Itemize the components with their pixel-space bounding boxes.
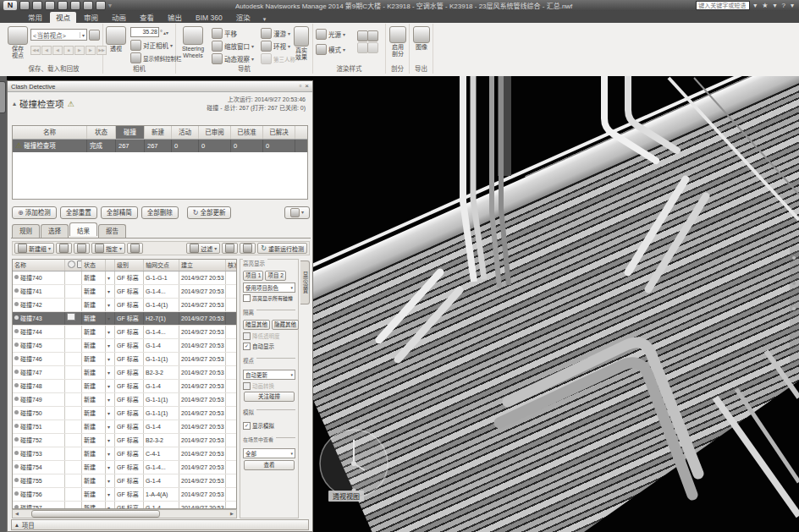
rcol-found[interactable]: 建立	[179, 260, 226, 271]
result-row[interactable]: 碰撞740新建▾GF 标高G-1-G-12014/9/27 20:53	[13, 271, 236, 285]
tab-viewpoint[interactable]: 视点	[50, 12, 76, 23]
search-input[interactable]	[696, 1, 750, 10]
ribbon-overflow-icon[interactable]: ▾	[263, 16, 267, 23]
status-dropdown[interactable]: ▾	[106, 434, 115, 447]
viewport-3d[interactable]: 透视视图	[313, 76, 799, 532]
step-back-button[interactable]: ◀	[41, 46, 52, 55]
result-row[interactable]: 碰撞743新建▾GF 标高H2-7(1)2014/9/27 20:53	[13, 312, 236, 326]
rcol-approved[interactable]: 核准	[226, 260, 237, 271]
auto-reveal-checkbox[interactable]: ✓	[243, 343, 251, 350]
undo-icon[interactable]	[58, 1, 68, 10]
status-dropdown[interactable]: ▾	[106, 502, 115, 509]
delete-all-button[interactable]: 全部删除	[141, 206, 179, 219]
highlight-item1-button[interactable]: 项目 1	[243, 271, 263, 281]
status-dropdown[interactable]: ▾	[106, 393, 115, 406]
mode-button[interactable]: 模式	[328, 45, 341, 54]
test-options-split-button[interactable]: ▾	[284, 206, 310, 219]
hide-other-button[interactable]: 隐藏其他	[272, 320, 299, 330]
auto-reveal-checkbox-row[interactable]: ✓ 自动显示	[243, 342, 295, 350]
rewind-button[interactable]: ◀◀	[30, 46, 41, 55]
quick-access-dropdown-icon[interactable]: ▾	[108, 1, 112, 10]
dim-other-button[interactable]: 暗显其他	[243, 320, 270, 330]
add-test-button[interactable]: ⊕添加检测	[12, 206, 57, 219]
result-row[interactable]: 碰撞752新建▾GF 标高B2-3-22014/9/27 20:53	[13, 434, 236, 447]
result-row[interactable]: 碰撞744新建▾GF 标高G-1-4...2014/9/27 20:53	[13, 326, 236, 339]
item-colors-select[interactable]: 使用项目颜色 ▾	[243, 282, 295, 293]
status-dropdown[interactable]: ▾	[106, 285, 115, 298]
align-camera-button[interactable]: 对正相机	[143, 41, 168, 50]
show-simulation-checkbox[interactable]: ✓	[243, 422, 251, 430]
items-collapse-icon[interactable]: ▴	[15, 521, 19, 529]
result-row[interactable]: 碰撞750新建▾GF 标高G-1-1(1)2014/9/27 20:53	[13, 407, 236, 420]
comment-button[interactable]	[222, 243, 238, 254]
look-around-button[interactable]: 环视	[273, 41, 286, 51]
shaded-icon[interactable]	[367, 30, 378, 41]
look-dropdown-icon[interactable]: ▾	[288, 43, 290, 49]
status-dropdown[interactable]: ▾	[106, 407, 115, 420]
show-simulation-checkbox-row[interactable]: ✓ 显示模拟	[243, 421, 295, 430]
export-image-button[interactable]: 图像	[411, 26, 432, 51]
context-scope-select[interactable]: 全部 ▾	[243, 448, 295, 458]
unassign-button[interactable]	[127, 243, 143, 254]
status-dropdown[interactable]: ▾	[106, 312, 115, 325]
tab-rules[interactable]: 规则	[12, 224, 40, 238]
search-dropdown-icon[interactable]: ▾	[752, 2, 758, 10]
hidden-line-icon[interactable]	[367, 42, 378, 53]
result-row[interactable]: 碰撞749新建▾GF 标高G-1-1(1)2014/9/27 20:53	[13, 393, 236, 407]
rcol-status[interactable]: 状态	[82, 260, 106, 271]
select-icon[interactable]	[96, 1, 106, 10]
refresh-icon[interactable]	[83, 1, 93, 10]
update-all-button[interactable]: ↻全部更新	[187, 206, 232, 219]
help-icon[interactable]: ?	[780, 2, 787, 10]
collapsed-panel-tab[interactable]	[0, 81, 6, 113]
status-dropdown[interactable]: ▾	[106, 326, 115, 338]
application-menu-button[interactable]: N	[3, 1, 17, 10]
viewport-side-toolbar[interactable]	[790, 245, 799, 364]
mode-dropdown-icon[interactable]: ▾	[343, 47, 345, 52]
status-dropdown[interactable]: ▾	[106, 461, 115, 474]
zoom-window-button[interactable]: 缩放窗口	[224, 41, 250, 51]
result-row[interactable]: 碰撞756新建▾GF 标高1-A-4(A)2014/9/27 20:53	[13, 488, 236, 502]
result-row[interactable]: 碰撞746新建▾GF 标高G-1-1(1)2014/9/27 20:53	[13, 353, 236, 366]
play-reverse-button[interactable]: ◀	[52, 46, 63, 55]
result-row[interactable]: 碰撞751新建▾GF 标高G-1-42014/9/27 20:53	[13, 420, 236, 434]
panel-close-icon[interactable]: ×	[305, 82, 309, 90]
tab-bim360[interactable]: BIM 360	[190, 12, 229, 23]
rcol-name[interactable]: 名称	[13, 260, 65, 271]
step-forward-button[interactable]: ▶	[85, 46, 96, 55]
walk-dropdown-icon[interactable]: ▾	[288, 30, 290, 36]
tab-animation[interactable]: 动画	[106, 12, 132, 23]
result-row[interactable]: 碰撞748新建▾GF 标高G-1-42014/9/27 20:53	[13, 380, 236, 393]
status-dropdown[interactable]: ▾	[106, 339, 115, 352]
compact-all-button[interactable]: 全部精简	[101, 206, 138, 219]
status-dropdown[interactable]: ▾	[106, 353, 115, 365]
realism-button[interactable]: 真实 效果	[291, 26, 311, 61]
help-dropdown-icon[interactable]: ▾	[789, 2, 796, 10]
scroll-thumb[interactable]	[31, 510, 160, 518]
animate-checkbox[interactable]	[243, 382, 251, 390]
status-dropdown[interactable]: ▾	[106, 474, 115, 487]
redline-button[interactable]	[240, 243, 256, 254]
status-dropdown[interactable]: ▾	[106, 447, 115, 460]
side-toolbar-icon[interactable]	[792, 256, 796, 260]
reset-all-button[interactable]: 全部重置	[60, 206, 97, 219]
rerun-test-button[interactable]: ↻重新运行检测	[257, 243, 307, 254]
orbit-dropdown-icon[interactable]: ▾	[251, 56, 254, 62]
col-name[interactable]: 名称	[13, 126, 87, 139]
result-row[interactable]: 碰撞755新建▾GF 标高G-1-42014/9/27 20:53	[13, 474, 236, 488]
result-row[interactable]: 碰撞753新建▾GF 标高C-4-12014/9/27 20:53	[13, 447, 236, 461]
side-toolbar-icon[interactable]	[792, 332, 796, 336]
lighting-dropdown-icon[interactable]: ▾	[343, 31, 345, 37]
test-row-selected[interactable]: ⚠ 碰撞检查项 完成 267 267 0 0 0 0	[13, 140, 307, 152]
enable-sectioning-button[interactable]: 启用 剖分	[388, 26, 408, 58]
col-active[interactable]: 活动	[172, 126, 199, 139]
filter-button[interactable]: 过滤▾	[186, 243, 220, 254]
status-dropdown[interactable]: ▾	[106, 420, 115, 433]
result-row[interactable]: 碰撞757新建▾GF 标高G-1-42014/9/27 20:53	[13, 502, 236, 509]
save-viewpoint-button[interactable]: 保存 视点	[8, 26, 28, 59]
status-dropdown[interactable]: ▾	[106, 366, 115, 379]
highlight-item2-button[interactable]: 项目 2	[265, 271, 285, 281]
stop-button[interactable]: ■	[63, 46, 74, 55]
lighting-button[interactable]: 光源	[328, 30, 341, 39]
open-icon[interactable]	[19, 1, 30, 10]
